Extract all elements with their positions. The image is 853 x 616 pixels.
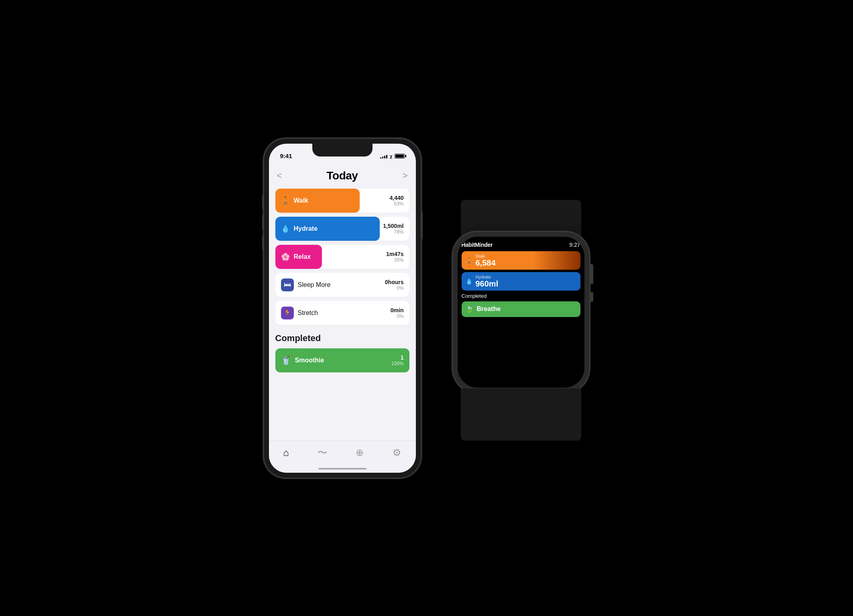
stretch-name: Stretch bbox=[298, 309, 318, 317]
home-indicator bbox=[318, 468, 366, 470]
habit-row-sleep[interactable]: 🛏 Sleep More 0hours 0% bbox=[275, 273, 409, 297]
watch-card-walk[interactable]: 🚶 Walk 6,584 bbox=[462, 251, 580, 270]
stretch-icon-wrap: 🏃 bbox=[281, 307, 294, 319]
watch-walk-label: Walk bbox=[476, 254, 496, 258]
watch-container: HabitMinder 9:27 🚶 Walk 6,584 💧 Hydrate bbox=[453, 248, 589, 392]
tab-add[interactable]: ⊕ bbox=[356, 447, 364, 458]
watch-crown bbox=[589, 264, 593, 284]
watch-hydrate-value: 960ml bbox=[476, 279, 499, 288]
watch-app-name: HabitMinder bbox=[462, 242, 493, 248]
habit-row-walk[interactable]: 🚶 Walk 4,440 63% bbox=[275, 189, 409, 213]
stretch-label: 🏃 Stretch bbox=[275, 301, 324, 325]
tab-home[interactable]: ⌂ bbox=[283, 447, 289, 458]
apple-watch-device: HabitMinder 9:27 🚶 Walk 6,584 💧 Hydrate bbox=[453, 232, 589, 392]
relax-name: Relax bbox=[294, 253, 311, 260]
breathe-label: Breathe bbox=[477, 305, 501, 313]
watch-walk-content: Walk 6,584 bbox=[476, 254, 496, 267]
hydrate-percent: 78% bbox=[383, 229, 403, 235]
watch-card-breathe[interactable]: 🍃 Breathe bbox=[462, 301, 580, 317]
stretch-stats: 0min 0% bbox=[391, 307, 409, 319]
watch-walk-value: 6,584 bbox=[476, 258, 496, 267]
watch-hydrate-icon: 💧 bbox=[466, 278, 472, 285]
habit-row-stretch[interactable]: 🏃 Stretch 0min 0% bbox=[275, 301, 409, 325]
iphone-device: 9:41 𝛘︎ < bbox=[264, 139, 421, 478]
watch-completed-label: Completed bbox=[462, 293, 580, 299]
smoothie-value: 1 bbox=[391, 354, 404, 361]
scene: 9:41 𝛘︎ < bbox=[264, 139, 589, 478]
notch bbox=[312, 144, 373, 157]
watch-hydrate-label: Hydrate bbox=[476, 274, 499, 279]
habit-row-smoothie[interactable]: 🥤 Smoothie 1 100% bbox=[275, 348, 409, 372]
habit-row-hydrate[interactable]: 💧 Hydrate 1,500ml 78% bbox=[275, 217, 409, 241]
walk-icon: 🚶 bbox=[281, 196, 290, 205]
completed-title: Completed bbox=[275, 333, 409, 344]
walk-stats: 4,440 63% bbox=[389, 195, 409, 207]
watch-hydrate-content: Hydrate 960ml bbox=[476, 274, 499, 288]
sleep-label: 🛏 Sleep More bbox=[275, 273, 336, 297]
sleep-percent: 0% bbox=[385, 285, 404, 291]
tab-settings[interactable]: ⚙ bbox=[393, 447, 401, 458]
smoothie-name: Smoothie bbox=[295, 357, 387, 364]
iphone-screen: 9:41 𝛘︎ < bbox=[269, 144, 416, 473]
tab-stats[interactable]: 〜 bbox=[318, 446, 327, 459]
wifi-icon: 𝛘︎ bbox=[390, 153, 392, 159]
smoothie-percent: 100% bbox=[391, 361, 404, 366]
status-icons: 𝛘︎ bbox=[380, 153, 405, 159]
relax-icon: 🌸 bbox=[281, 252, 290, 261]
watch-walk-icon: 🚶 bbox=[466, 257, 472, 264]
prev-day-button[interactable]: < bbox=[277, 171, 282, 181]
hydrate-icon: 💧 bbox=[281, 224, 290, 233]
sleep-value: 0hours bbox=[385, 279, 404, 285]
relax-stats: 1m47s 35% bbox=[386, 251, 409, 263]
completed-section: Completed 🥤 Smoothie 1 100% bbox=[275, 333, 409, 372]
sleep-icon-wrap: 🛏 bbox=[281, 279, 294, 291]
walk-label: 🚶 Walk bbox=[275, 189, 360, 213]
habit-list: 🚶 Walk 4,440 63% 💧 Hydrate bbox=[275, 189, 409, 325]
stretch-value: 0min bbox=[391, 307, 404, 313]
watch-side-button bbox=[589, 292, 593, 302]
relax-percent: 35% bbox=[386, 257, 404, 263]
battery-icon bbox=[395, 154, 405, 159]
relax-label: 🌸 Relax bbox=[275, 245, 322, 269]
hydrate-name: Hydrate bbox=[294, 225, 318, 232]
watch-screen: HabitMinder 9:27 🚶 Walk 6,584 💧 Hydrate bbox=[458, 237, 584, 388]
watch-card-hydrate[interactable]: 💧 Hydrate 960ml bbox=[462, 272, 580, 291]
relax-value: 1m47s bbox=[386, 251, 404, 257]
signal-icon bbox=[380, 154, 387, 159]
watch-header: HabitMinder 9:27 bbox=[462, 242, 580, 248]
status-time: 9:41 bbox=[280, 152, 292, 159]
sleep-name: Sleep More bbox=[298, 281, 331, 289]
stretch-icon: 🏃 bbox=[283, 309, 292, 317]
smoothie-stats: 1 100% bbox=[391, 354, 404, 366]
sleep-icon: 🛏 bbox=[284, 281, 291, 289]
app-header: < Today > bbox=[275, 165, 409, 189]
hydrate-value: 1,500ml bbox=[383, 223, 403, 229]
stretch-percent: 0% bbox=[391, 313, 404, 319]
smoothie-icon: 🥤 bbox=[281, 356, 291, 365]
walk-value: 4,440 bbox=[389, 195, 403, 201]
app-content: < Today > 🚶 Walk 4,440 63% bbox=[269, 163, 416, 473]
battery-fill bbox=[395, 155, 404, 158]
habit-row-relax[interactable]: 🌸 Relax 1m47s 35% bbox=[275, 245, 409, 269]
watch-status-time: 9:27 bbox=[569, 242, 580, 248]
sleep-stats: 0hours 0% bbox=[385, 279, 409, 291]
hydrate-label: 💧 Hydrate bbox=[275, 217, 380, 241]
hydrate-stats: 1,500ml 78% bbox=[383, 223, 409, 235]
watch-band-bottom bbox=[461, 388, 581, 441]
next-day-button[interactable]: > bbox=[403, 171, 408, 181]
breathe-icon: 🍃 bbox=[466, 305, 474, 313]
page-title: Today bbox=[327, 169, 358, 182]
walk-percent: 63% bbox=[389, 201, 403, 207]
walk-name: Walk bbox=[294, 197, 309, 204]
